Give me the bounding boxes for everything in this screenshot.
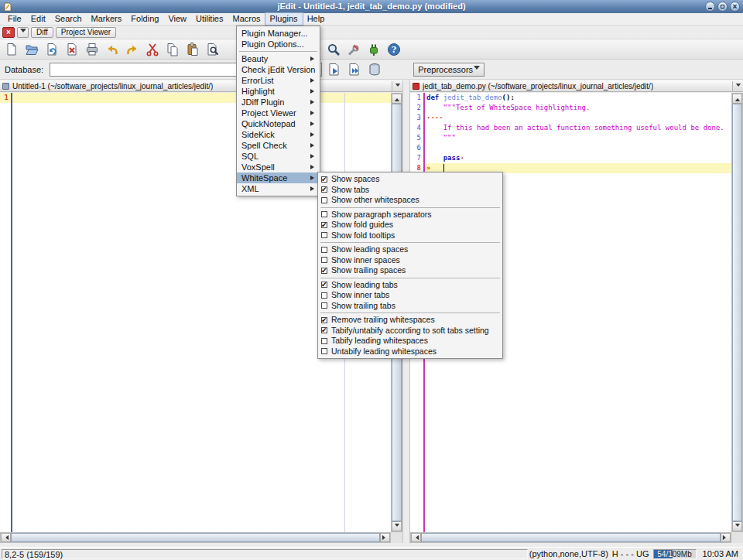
memory-indicator[interactable]: 54/109Mb 54/109Mb — [653, 549, 697, 559]
arrow-up-icon — [394, 96, 399, 101]
new-file-button[interactable] — [2, 40, 22, 59]
menu-item-show-inner-tabs[interactable]: Show inner tabs — [318, 290, 502, 301]
close-dock-button[interactable]: × — [2, 27, 15, 38]
menu-item-spell-check[interactable]: Spell Check — [237, 140, 320, 151]
scrollbar-thumb[interactable] — [421, 533, 721, 542]
scroll-up-button[interactable] — [732, 94, 742, 104]
right-buffer-dropdown[interactable] — [732, 81, 743, 91]
menubar-item-utilities[interactable]: Utilities — [191, 13, 228, 25]
menu-item-show-paragraph-separators[interactable]: Show paragraph separators — [318, 210, 502, 220]
cut-button[interactable] — [142, 40, 163, 59]
menu-item-show-other-whitespaces[interactable]: Show other whitespaces — [318, 195, 502, 206]
menu-item-show-fold-tooltips[interactable]: Show fold tooltips — [318, 230, 502, 241]
right-buffer-label: jedit_tab_demo.py (~/software_projects/l… — [423, 82, 653, 90]
menu-item-sql[interactable]: SQL — [237, 151, 320, 162]
menu-item-plugin-manager[interactable]: Plugin Manager... — [237, 28, 320, 39]
redo-button[interactable] — [122, 40, 142, 59]
menu-item-quicknotepad[interactable]: QuickNotepad — [237, 118, 320, 129]
menu-item-check-jedit-version[interactable]: Check jEdit Version — [237, 64, 320, 75]
scroll-down-button[interactable] — [392, 521, 402, 531]
right-vertical-scrollbar[interactable] — [731, 93, 743, 532]
reload-buffer-button[interactable] — [42, 40, 62, 59]
project-viewer-dock-button[interactable]: Project Viewer — [56, 27, 116, 38]
help-button[interactable]: ? — [384, 40, 404, 59]
menubar-item-folding[interactable]: Folding — [126, 13, 163, 25]
menubar-item-macros[interactable]: Macros — [228, 13, 265, 25]
open-file-button[interactable] — [22, 40, 42, 59]
scroll-right-button[interactable] — [380, 533, 390, 542]
scrollbar-thumb[interactable] — [732, 104, 742, 521]
menubar-item-markers[interactable]: Markers — [87, 13, 127, 25]
print-button[interactable] — [82, 40, 102, 59]
caret-status[interactable]: 8,2-5 (159/159) — [2, 549, 528, 559]
titlebar[interactable]: jEdit - Untitled-1, jedit_tab_demo.py (m… — [0, 0, 743, 13]
scroll-up-button[interactable] — [392, 94, 402, 104]
menu-item-whitespace[interactable]: WhiteSpace — [237, 172, 320, 183]
menu-item-errorlist[interactable]: ErrorList — [237, 75, 320, 86]
line-number: 1 — [410, 93, 423, 103]
menu-item-show-trailing-spaces[interactable]: Show trailing spaces — [318, 265, 502, 276]
menubar-item-search[interactable]: Search — [50, 13, 87, 25]
buffer-info[interactable]: (python,none,UTF-8) — [529, 549, 608, 558]
scroll-down-button[interactable] — [732, 521, 742, 531]
menu-item-highlight[interactable]: Highlight — [237, 86, 320, 97]
undo-button[interactable] — [102, 40, 122, 59]
global-options-button[interactable] — [344, 40, 364, 59]
menu-item-jdiff-plugin[interactable]: JDiff Plugin — [237, 97, 320, 108]
code-line: """Test of WhiteSpace highlighting. — [425, 103, 731, 113]
toolbar-group-buffer — [2, 40, 223, 59]
menubar-item-file[interactable]: File — [3, 13, 26, 25]
menu-item-xml[interactable]: XML — [237, 183, 320, 194]
plugin-manager-button[interactable] — [364, 40, 384, 59]
left-buffer-dropdown[interactable] — [392, 81, 402, 91]
menu-item-show-spaces[interactable]: Show spaces — [318, 174, 502, 185]
menu-item-show-leading-tabs[interactable]: Show leading tabs — [318, 280, 502, 291]
menu-item-show-trailing-tabs[interactable]: Show trailing tabs — [318, 301, 502, 312]
left-horizontal-scrollbar[interactable] — [0, 532, 391, 543]
status-flags[interactable]: H - - - UG — [612, 549, 649, 558]
paste-icon — [185, 42, 200, 57]
minimize-button[interactable] — [705, 2, 715, 12]
dock-popup-button[interactable] — [17, 27, 29, 38]
menubar-item-plugins[interactable]: Plugins — [265, 13, 303, 25]
maximize-button[interactable] — [717, 2, 728, 12]
scroll-right-button[interactable] — [721, 533, 731, 542]
find-button[interactable] — [203, 40, 223, 59]
menu-item-beauty[interactable]: Beauty — [237, 53, 320, 64]
buffer-modified-icon — [413, 83, 419, 90]
menubar-item-edit[interactable]: Edit — [26, 13, 50, 25]
menu-item-plugin-options[interactable]: Plugin Options... — [237, 39, 320, 50]
close-buffer-button[interactable] — [62, 40, 82, 59]
menubar-item-help[interactable]: Help — [303, 13, 330, 25]
scroll-left-button[interactable] — [411, 533, 421, 542]
close-button[interactable]: × — [730, 2, 740, 12]
search-directory-button[interactable] — [324, 40, 344, 59]
diff-dock-button[interactable]: Diff — [31, 27, 53, 38]
menu-item-remove-trailing-whitespaces[interactable]: Remove trailing whitespaces — [318, 315, 502, 326]
menu-item-voxspell[interactable]: VoxSpell — [237, 162, 320, 172]
left-buffer-switcher[interactable]: Untitled-1 (~/software_projects/linux_jo… — [0, 80, 402, 92]
execute-statement-button[interactable] — [325, 60, 344, 79]
right-horizontal-scrollbar[interactable] — [410, 532, 731, 543]
menu-item-show-tabs[interactable]: Show tabs — [318, 185, 502, 196]
paste-button[interactable] — [183, 40, 203, 59]
menu-item-show-inner-spaces[interactable]: Show inner spaces — [318, 255, 502, 266]
menu-item-show-leading-spaces[interactable]: Show leading spaces — [318, 244, 502, 255]
scrollbar-thumb[interactable] — [11, 533, 380, 542]
menu-item-label: Show inner spaces — [331, 255, 400, 266]
menu-item-sidekick[interactable]: SideKick — [237, 129, 320, 140]
left-gutter-border — [11, 93, 12, 532]
menu-item-tabify-leading-whitespaces[interactable]: Tabify leading whitespaces — [318, 336, 502, 347]
menu-item-untabify-leading-whitespaces[interactable]: Untabify leading whitespaces — [318, 347, 502, 357]
scroll-left-button[interactable] — [1, 533, 11, 542]
menu-item-tabify-untabify-according-to-soft-tabs-setting[interactable]: Tabify/untabify according to soft tabs s… — [318, 326, 502, 336]
copy-button[interactable] — [163, 40, 183, 59]
preprocessors-dropdown[interactable]: Preprocessors — [413, 63, 484, 77]
menubar-item-view[interactable]: View — [163, 13, 191, 25]
menu-item-show-fold-guides[interactable]: Show fold guides — [318, 220, 502, 230]
execute-buffer-button[interactable] — [345, 60, 364, 79]
database-browser-button[interactable] — [365, 60, 384, 79]
menu-item-project-viewer[interactable]: Project Viewer — [237, 108, 320, 118]
right-buffer-switcher[interactable]: jedit_tab_demo.py (~/software_projects/l… — [410, 80, 743, 92]
checkbox-checked-icon — [321, 268, 327, 274]
